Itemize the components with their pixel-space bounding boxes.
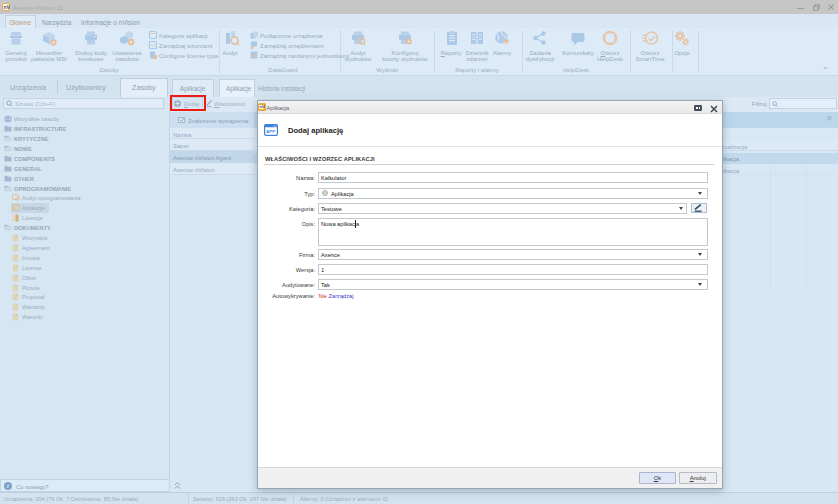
svg-text:APP: APP: [266, 129, 275, 134]
